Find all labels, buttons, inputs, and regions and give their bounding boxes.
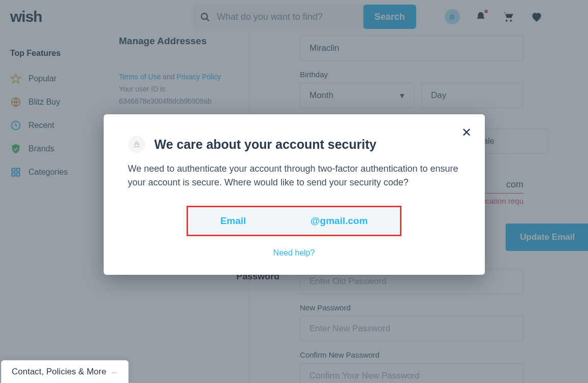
close-icon[interactable]: ✕ (461, 125, 472, 140)
lock-icon (128, 136, 145, 153)
email-option-value: @gmail.com (311, 215, 368, 227)
security-modal: ✕ We care about your account security We… (104, 114, 485, 275)
email-option-button[interactable]: Email @gmail.com (187, 206, 401, 236)
svg-rect-11 (134, 144, 138, 147)
modal-overlay[interactable]: ✕ We care about your account security We… (0, 0, 588, 383)
chevron-up-icon: ︿ (111, 367, 118, 376)
need-help-link[interactable]: Need help? (128, 248, 460, 258)
modal-body: We need to authenticate your account thr… (128, 162, 460, 189)
footer-chip[interactable]: Contact, Policies & More ︿ (1, 360, 129, 383)
modal-title: We care about your account security (154, 137, 377, 152)
email-option-label: Email (220, 215, 246, 227)
footer-chip-label: Contact, Policies & More (12, 367, 106, 377)
